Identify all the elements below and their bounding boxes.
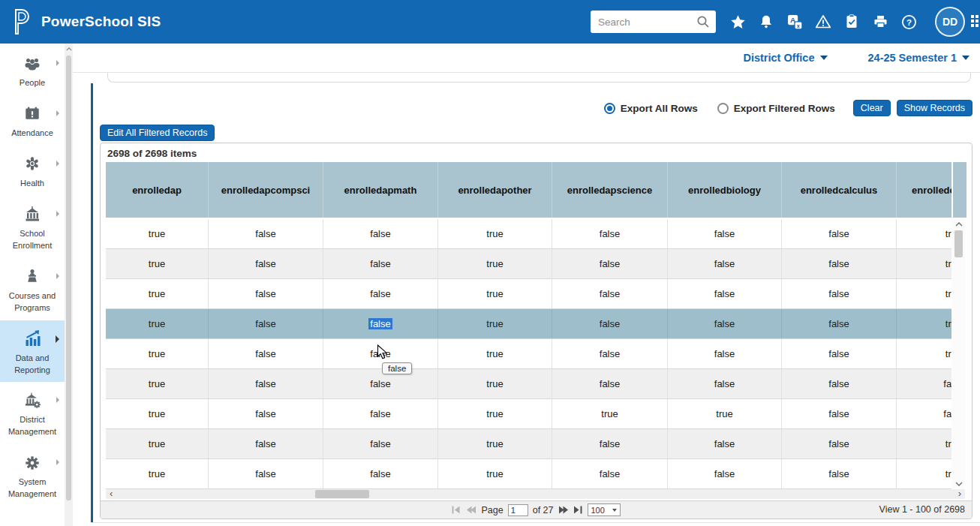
- table-cell[interactable]: true: [438, 249, 552, 278]
- table-row[interactable]: truefalsefalsetruefalsefalsefalsetrue: [106, 339, 951, 369]
- table-cell[interactable]: true: [438, 279, 552, 308]
- apps-grid-icon[interactable]: [971, 15, 980, 29]
- table-cell[interactable]: true: [438, 309, 552, 338]
- table-cell[interactable]: false: [209, 249, 323, 278]
- table-cell[interactable]: false: [668, 249, 782, 278]
- search-icon[interactable]: [695, 14, 711, 30]
- table-row[interactable]: truefalsefalsetruefalsefalsefalsetrue: [106, 309, 951, 339]
- table-row[interactable]: truefalsefalsetruefalsefalsefalsetrue: [106, 249, 951, 279]
- scroll-right-arrow-icon[interactable]: ›: [958, 488, 961, 499]
- column-header-enrolledapscience[interactable]: enrolledapscience: [552, 162, 668, 218]
- search-input[interactable]: [598, 17, 695, 28]
- column-header-enrolledapmath[interactable]: enrolledapmath: [323, 162, 438, 218]
- table-cell[interactable]: true: [897, 219, 951, 248]
- last-page-button[interactable]: [573, 506, 583, 514]
- table-cell[interactable]: false: [323, 309, 438, 338]
- table-cell[interactable]: false: [782, 309, 897, 338]
- column-header-enrolledapcompsci[interactable]: enrolledapcompsci: [209, 162, 323, 218]
- prev-page-button[interactable]: [466, 506, 476, 514]
- sidebar-item-system-management[interactable]: System Management: [0, 444, 65, 506]
- table-cell[interactable]: true: [897, 339, 951, 368]
- column-header-enrolledap[interactable]: enrolledap: [106, 162, 209, 218]
- scroll-up-arrow-icon[interactable]: [952, 220, 965, 229]
- table-cell[interactable]: false: [209, 429, 323, 458]
- next-page-button[interactable]: [558, 506, 569, 514]
- school-selector[interactable]: District Office: [743, 52, 827, 64]
- table-cell[interactable]: true: [106, 429, 209, 458]
- table-cell[interactable]: true: [668, 399, 782, 428]
- table-cell[interactable]: false: [552, 459, 668, 488]
- export-all-rows-radio[interactable]: Export All Rows: [604, 103, 698, 114]
- table-cell[interactable]: false: [209, 279, 323, 308]
- table-cell[interactable]: false: [552, 309, 668, 338]
- table-row[interactable]: truefalsefalsetruefalsefalsefalsetrue: [106, 279, 951, 309]
- table-cell[interactable]: true: [438, 369, 552, 398]
- table-cell[interactable]: false: [323, 219, 438, 248]
- table-cell[interactable]: true: [897, 459, 951, 488]
- alerts-warning-icon[interactable]: [815, 14, 831, 30]
- table-cell[interactable]: false: [323, 459, 438, 488]
- table-cell[interactable]: true: [106, 249, 209, 278]
- table-cell[interactable]: false: [668, 459, 782, 488]
- table-cell[interactable]: false: [782, 459, 897, 488]
- table-cell[interactable]: false: [782, 249, 897, 278]
- sidebar-item-people[interactable]: People: [0, 45, 65, 95]
- table-cell[interactable]: false: [209, 339, 323, 368]
- table-cell[interactable]: true: [438, 459, 552, 488]
- table-cell[interactable]: false: [668, 339, 782, 368]
- sidebar-item-health[interactable]: Health: [0, 146, 65, 196]
- sidebar-scrollbar[interactable]: [65, 44, 73, 526]
- table-cell[interactable]: true: [897, 429, 951, 458]
- table-cell[interactable]: false: [897, 399, 951, 428]
- sidebar-item-school-enrollment[interactable]: School Enrollment: [0, 196, 65, 258]
- notifications-bell-icon[interactable]: [758, 14, 774, 30]
- powerschool-logo-icon[interactable]: [12, 8, 32, 35]
- table-cell[interactable]: false: [552, 339, 668, 368]
- table-cell[interactable]: true: [106, 459, 209, 488]
- table-cell[interactable]: false: [323, 429, 438, 458]
- table-cell[interactable]: true: [897, 249, 951, 278]
- scroll-left-arrow-icon[interactable]: ‹: [110, 488, 113, 499]
- sidebar-item-data-and-reporting[interactable]: Data and Reporting: [0, 320, 65, 383]
- table-cell[interactable]: false: [668, 309, 782, 338]
- column-header-enrolledcalculus[interactable]: enrolledcalculus: [782, 162, 897, 218]
- table-row[interactable]: truefalsefalsetruefalsefalsefalsetrue: [106, 459, 951, 489]
- table-cell[interactable]: false: [209, 399, 323, 428]
- table-cell[interactable]: true: [106, 309, 209, 338]
- table-cell[interactable]: false: [552, 249, 668, 278]
- table-row[interactable]: truefalsefalsetruefalsefalsefalsetrue: [106, 429, 951, 459]
- table-cell[interactable]: false: [782, 279, 897, 308]
- edit-all-filtered-records-button[interactable]: Edit All Filtered Records: [100, 125, 215, 141]
- horizontal-scrollbar-thumb[interactable]: [315, 490, 369, 498]
- horizontal-scrollbar[interactable]: ‹ ›: [106, 489, 965, 499]
- column-header-enrolledchemistry[interactable]: enrolledchemistry: [897, 162, 951, 218]
- table-cell[interactable]: false: [668, 369, 782, 398]
- table-cell[interactable]: false: [782, 369, 897, 398]
- table-cell[interactable]: false: [323, 399, 438, 428]
- table-cell[interactable]: true: [897, 309, 951, 338]
- scroll-up-arrow-icon[interactable]: [65, 44, 73, 54]
- table-cell[interactable]: false: [782, 429, 897, 458]
- export-filtered-rows-radio[interactable]: Export Filtered Rows: [717, 103, 835, 114]
- vertical-scrollbar-thumb[interactable]: [954, 230, 963, 257]
- table-row[interactable]: truefalsefalsetruetruetruefalsefalse: [106, 399, 951, 429]
- sidebar-scrollbar-thumb[interactable]: [66, 56, 71, 500]
- table-cell[interactable]: false: [209, 369, 323, 398]
- vertical-scrollbar[interactable]: [952, 219, 965, 489]
- table-cell[interactable]: true: [897, 279, 951, 308]
- favorites-star-icon[interactable]: [729, 14, 746, 30]
- table-cell[interactable]: false: [668, 429, 782, 458]
- table-cell[interactable]: false: [552, 219, 668, 248]
- table-cell[interactable]: true: [106, 339, 209, 368]
- table-cell[interactable]: true: [438, 219, 552, 248]
- help-icon[interactable]: ?: [900, 14, 917, 30]
- column-header-enrolledapother[interactable]: enrolledapother: [438, 162, 552, 218]
- show-records-button[interactable]: Show Records: [897, 100, 972, 116]
- table-cell[interactable]: false: [782, 399, 897, 428]
- table-cell[interactable]: false: [209, 219, 323, 248]
- table-cell[interactable]: false: [552, 279, 668, 308]
- table-cell[interactable]: false: [323, 279, 438, 308]
- term-selector[interactable]: 24-25 Semester 1: [868, 52, 970, 64]
- table-cell[interactable]: true: [552, 399, 668, 428]
- sidebar-item-attendance[interactable]: Attendance: [0, 95, 65, 146]
